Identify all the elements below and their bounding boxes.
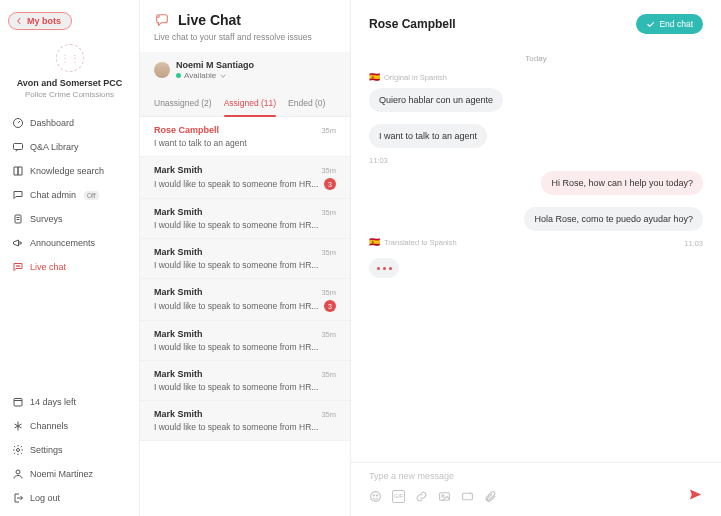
chat-header: Rose Campbell End chat — [351, 0, 721, 48]
svg-point-6 — [17, 449, 20, 452]
livechat-icon — [12, 261, 24, 273]
conversation-item[interactable]: Rose Campbell35m I want to talk to an ag… — [140, 117, 350, 157]
unread-badge: 3 — [324, 178, 336, 190]
sidebar: My bots ⋮⋮ Avon and Somerset PCC Police … — [0, 0, 140, 516]
chat-title: Rose Campbell — [369, 17, 456, 31]
my-bots-label: My bots — [27, 16, 61, 26]
card-button[interactable] — [461, 490, 474, 503]
svg-rect-5 — [14, 399, 22, 407]
gear-icon — [12, 444, 24, 456]
org-name: Avon and Somerset PCC — [8, 78, 131, 88]
channels-icon — [12, 420, 24, 432]
sidebar-item-trial[interactable]: 14 days left — [8, 392, 131, 412]
message-composer: GIF — [351, 462, 721, 516]
user-icon — [12, 468, 24, 480]
message-incoming: 🇪🇸 Original in Spanish Quiero hablar con… — [369, 73, 703, 165]
message-bubble: Hola Rose, como te puedo ayudar hoy? — [524, 207, 703, 231]
bottom-nav: 14 days left Channels Settings Noemi Mar… — [8, 392, 131, 508]
flag-icon: 🇪🇸 — [369, 73, 380, 82]
agent-name: Noemi M Santiago — [176, 60, 254, 70]
org-block: ⋮⋮ Avon and Somerset PCC Police Crime Co… — [8, 44, 131, 99]
gif-button[interactable]: GIF — [392, 490, 405, 503]
attach-button[interactable] — [484, 490, 497, 503]
chat-icon — [12, 141, 24, 153]
svg-rect-1 — [14, 144, 23, 150]
sidebar-item-surveys[interactable]: Surveys — [8, 209, 131, 229]
message-bubble: Quiero hablar con un agente — [369, 88, 503, 112]
agent-status[interactable]: Available — [176, 71, 254, 80]
svg-point-10 — [373, 495, 374, 496]
chat-body[interactable]: Today 🇪🇸 Original in Spanish Quiero habl… — [351, 48, 721, 462]
end-chat-button[interactable]: End chat — [636, 14, 703, 34]
conv-header: Live Chat Live chat to your staff and re… — [140, 0, 350, 52]
svg-point-3 — [17, 266, 18, 267]
link-button[interactable] — [415, 490, 428, 503]
typing-indicator — [369, 248, 703, 278]
logout-icon — [12, 492, 24, 504]
image-button[interactable] — [438, 490, 451, 503]
flag-icon: 🇪🇸 — [369, 238, 380, 247]
emoji-button[interactable] — [369, 490, 382, 503]
page-subtitle: Live chat to your staff and ressolve iss… — [154, 32, 336, 42]
chat-pane: Rose Campbell End chat Today 🇪🇸 Original… — [351, 0, 721, 516]
tab-ended[interactable]: Ended (0) — [288, 92, 325, 116]
sidebar-item-knowledge[interactable]: Knowledge search — [8, 161, 131, 181]
status-dot-icon — [176, 73, 181, 78]
original-lang-label: 🇪🇸 Original in Spanish — [369, 73, 447, 82]
agent-avatar — [154, 62, 170, 78]
message-outgoing: Hi Rose, how can I help you today? Hola … — [369, 165, 703, 248]
sidebar-item-channels[interactable]: Channels — [8, 416, 131, 436]
svg-point-4 — [19, 266, 20, 267]
message-bubble: Hi Rose, how can I help you today? — [541, 171, 703, 195]
unread-badge: 3 — [324, 300, 336, 312]
tab-unassigned[interactable]: Unassigned (2) — [154, 92, 212, 116]
sidebar-item-user[interactable]: Noemi Martinez — [8, 464, 131, 484]
message-timestamp: 11:03 — [684, 239, 703, 248]
conversation-item[interactable]: Mark Smith35m I would like to speak to s… — [140, 361, 350, 401]
conversation-column: Live Chat Live chat to your staff and re… — [140, 0, 351, 516]
org-logo: ⋮⋮ — [56, 44, 84, 72]
translated-lang-label: 🇪🇸 Translated to Spanish — [369, 238, 457, 247]
off-badge: Off — [84, 191, 99, 200]
conversation-item[interactable]: Mark Smith35m I would like to speak to s… — [140, 199, 350, 239]
chevron-down-icon — [219, 72, 227, 80]
conversation-list[interactable]: Rose Campbell35m I want to talk to an ag… — [140, 117, 350, 516]
svg-point-8 — [157, 15, 160, 18]
book-icon — [12, 165, 24, 177]
message-input[interactable] — [369, 471, 703, 481]
message-timestamp: 11:03 — [369, 156, 388, 165]
sidebar-item-dashboard[interactable]: Dashboard — [8, 113, 131, 133]
composer-toolbar: GIF — [369, 487, 703, 506]
org-subtitle: Police Crime Comissions — [8, 90, 131, 99]
main-nav: Dashboard Q&A Library Knowledge search C… — [8, 113, 131, 277]
tab-assigned[interactable]: Assigned (11) — [224, 92, 276, 116]
calendar-icon — [12, 396, 24, 408]
sidebar-item-announcements[interactable]: Announcements — [8, 233, 131, 253]
chevron-left-icon — [15, 17, 23, 25]
sidebar-item-logout[interactable]: Log out — [8, 488, 131, 508]
livechat-header-icon — [154, 12, 170, 28]
typing-dots-icon — [369, 258, 399, 278]
megaphone-icon — [12, 237, 24, 249]
conversation-item[interactable]: Mark Smith35m I would like to speak to s… — [140, 157, 350, 199]
conversation-item[interactable]: Mark Smith35m I would like to speak to s… — [140, 401, 350, 441]
svg-rect-14 — [463, 493, 473, 500]
conv-tabs: Unassigned (2) Assigned (11) Ended (0) — [140, 88, 350, 117]
sidebar-item-livechat[interactable]: Live chat — [8, 257, 131, 277]
sidebar-item-chatadmin[interactable]: Chat admin Off — [8, 185, 131, 205]
svg-point-7 — [16, 470, 20, 474]
svg-point-11 — [377, 495, 378, 496]
day-separator: Today — [369, 54, 703, 63]
conversation-item[interactable]: Mark Smith35m I would like to speak to s… — [140, 279, 350, 321]
sidebar-item-qalibrary[interactable]: Q&A Library — [8, 137, 131, 157]
conversation-item[interactable]: Mark Smith35m I would like to speak to s… — [140, 239, 350, 279]
sidebar-item-settings[interactable]: Settings — [8, 440, 131, 460]
conversation-item[interactable]: Mark Smith35m I would like to speak to s… — [140, 321, 350, 361]
chat-admin-icon — [12, 189, 24, 201]
my-bots-button[interactable]: My bots — [8, 12, 72, 30]
gauge-icon — [12, 117, 24, 129]
agent-bar[interactable]: Noemi M Santiago Available — [140, 52, 350, 88]
send-button[interactable] — [688, 487, 703, 506]
svg-point-13 — [442, 495, 444, 497]
svg-point-9 — [371, 492, 381, 502]
